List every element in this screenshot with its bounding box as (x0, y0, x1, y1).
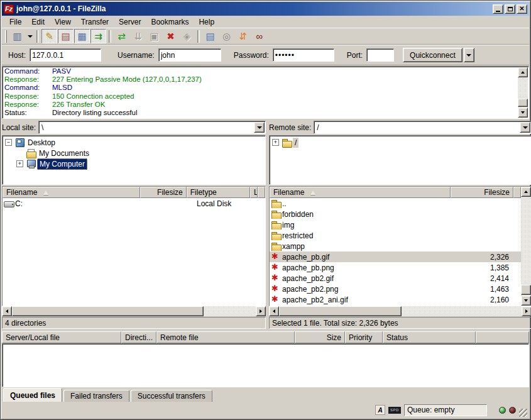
local-file-row[interactable]: C:Local Disk (3, 198, 265, 209)
menu-edit[interactable]: Edit (26, 16, 50, 28)
tab-failed-transfers[interactable]: Failed transfers (63, 390, 129, 402)
local-tree-item[interactable]: +My Computer (3, 158, 265, 169)
queue-column-header[interactable]: Size (295, 331, 345, 343)
remote-horizontal-scrollbar[interactable] (269, 306, 531, 316)
scroll-down-button[interactable] (518, 108, 528, 118)
quickconnect-button[interactable]: Quickconnect (403, 48, 463, 62)
log-label: Response: (4, 101, 52, 109)
menu-file[interactable]: File (4, 16, 26, 28)
scroll-right-button[interactable] (522, 306, 531, 316)
toggle-message-log-icon: ✎ (45, 31, 53, 41)
remote-file-row[interactable]: img (270, 219, 521, 230)
expand-icon[interactable]: + (16, 160, 23, 167)
collapse-icon[interactable]: − (5, 139, 12, 146)
site-manager-dropdown-button[interactable] (26, 29, 34, 43)
search-button[interactable]: ◎ (219, 29, 234, 43)
menu-view[interactable]: View (50, 16, 76, 28)
toggle-message-log-button[interactable]: ✎ (41, 29, 57, 43)
password-input[interactable] (273, 48, 334, 62)
scroll-up-button[interactable] (518, 67, 528, 77)
column-header[interactable]: L (250, 187, 258, 198)
port-input[interactable] (366, 48, 394, 62)
toggle-remote-tree-button[interactable]: ▦ (74, 29, 90, 43)
scroll-up-button[interactable] (521, 187, 531, 197)
remote-file-row[interactable]: apache_pb2_ani.gif2,160 (270, 294, 521, 305)
scrollbar-thumb[interactable] (521, 285, 531, 295)
remote-file-row[interactable]: apache_pb.png1,385 (270, 262, 521, 273)
column-header[interactable]: Filesize (140, 187, 187, 198)
toggle-queue-button[interactable]: ⇉ (90, 29, 106, 43)
scroll-left-button[interactable] (2, 306, 12, 316)
file-name-cell: forbidden (270, 210, 451, 219)
title-bar[interactable]: Fz john@127.0.0.1 - FileZilla ✕ (2, 2, 529, 16)
expand-icon[interactable]: + (272, 139, 279, 146)
remote-file-row[interactable]: apache_pb.gif2,326 (270, 251, 521, 262)
local-site-dropdown-button[interactable] (254, 122, 265, 133)
menu-transfer[interactable]: Transfer (76, 16, 114, 28)
username-label: Username: (118, 51, 155, 60)
toolbar: ▥✎▤▦⇉⇄⇊▣✖◈▤◎⇵∞ (2, 28, 529, 45)
local-tree-item[interactable]: −Desktop (3, 137, 265, 148)
remote-file-row[interactable]: restricted (270, 230, 521, 241)
disconnect-button[interactable]: ✖ (163, 29, 178, 43)
local-tree-item[interactable]: My Documents (3, 148, 265, 158)
queue-column-header[interactable]: Status (383, 331, 476, 343)
column-header[interactable]: Filename (270, 187, 451, 198)
refresh-button[interactable]: ⇄ (114, 29, 129, 43)
chevron-down-icon (523, 126, 528, 129)
local-site-combo[interactable]: \ (38, 121, 266, 134)
resize-grip[interactable] (519, 409, 527, 417)
queue-list (2, 343, 529, 387)
username-input[interactable] (158, 48, 221, 62)
remote-site-dropdown-button[interactable] (520, 122, 530, 133)
file-name: xampp (282, 242, 305, 251)
filter-button[interactable]: ▤ (202, 29, 218, 43)
site-manager-button[interactable]: ▥ (9, 29, 25, 43)
compare-button[interactable]: ⇵ (235, 29, 251, 43)
toolbar-separator (197, 30, 200, 43)
queue-column-header[interactable]: Directi... (121, 331, 156, 343)
remote-site-combo[interactable]: / (314, 121, 531, 134)
toolbar-grip[interactable] (5, 30, 7, 43)
menu-help[interactable]: Help (194, 16, 219, 28)
column-header[interactable]: Filesize (451, 187, 513, 198)
remote-file-row[interactable]: xampp (270, 241, 521, 251)
menu-server[interactable]: Server (114, 16, 146, 28)
column-header[interactable]: Filetype (187, 187, 250, 198)
remote-file-row[interactable]: apache_pb2.png1,463 (270, 284, 521, 294)
queue-column-header[interactable]: Server/Local file (2, 331, 121, 343)
log-text: 227 Entering Passive Mode (127,0,0,1,17,… (52, 75, 202, 84)
host-input[interactable] (30, 48, 101, 62)
remote-file-row[interactable]: apache_pb2.gif2,414 (270, 273, 521, 284)
remote-file-row[interactable]: .. (270, 198, 521, 209)
quickconnect-dropdown-button[interactable] (464, 48, 474, 62)
scrollbar-thumb[interactable] (12, 306, 204, 316)
scrollbar-thumb[interactable] (279, 306, 402, 316)
remote-vertical-scrollbar[interactable] (521, 187, 531, 306)
scrollbar-thumb[interactable] (518, 99, 528, 107)
queue-column-header[interactable]: Priority (345, 331, 383, 343)
arrow-down-icon (521, 111, 525, 114)
menu-bookmarks[interactable]: Bookmarks (146, 16, 194, 28)
minimize-button[interactable] (493, 4, 503, 14)
queue-column-header[interactable]: Remote file (156, 331, 295, 343)
file-size: 2,160 (490, 296, 509, 304)
maximize-button[interactable] (505, 4, 515, 14)
find-button[interactable]: ∞ (251, 29, 267, 43)
scroll-right-button[interactable] (256, 306, 266, 316)
scroll-down-button[interactable] (521, 296, 531, 306)
queue-status-panel: Queue: empty (404, 404, 487, 416)
column-header[interactable]: Filename (3, 187, 140, 198)
file-name: restricted (282, 231, 313, 240)
message-log-scrollbar[interactable] (518, 67, 528, 118)
scroll-left-button[interactable] (269, 306, 279, 316)
close-button[interactable]: ✕ (517, 4, 527, 14)
local-list-header: FilenameFilesizeFiletypeL (3, 187, 265, 198)
tab-successful-transfers[interactable]: Successful transfers (131, 390, 212, 402)
tab-queued-files[interactable]: Queued files (3, 388, 62, 402)
remote-tree-item[interactable]: +/ (270, 137, 531, 148)
toggle-local-tree-button[interactable]: ▤ (58, 29, 74, 43)
remote-file-row[interactable]: forbidden (270, 209, 521, 219)
menu-bar: FileEditViewTransferServerBookmarksHelp (2, 16, 529, 28)
local-horizontal-scrollbar[interactable] (2, 306, 266, 316)
